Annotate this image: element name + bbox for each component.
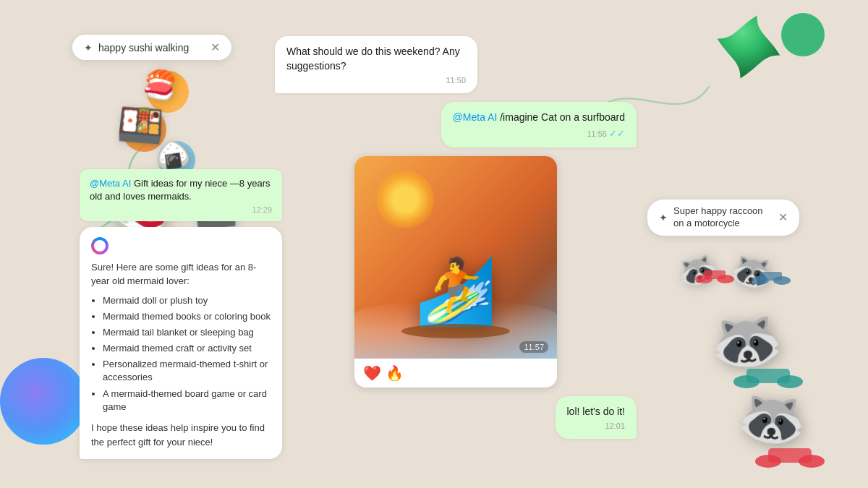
sushi-sticker-3: 🍙 — [153, 137, 192, 173]
ai-ring-icon — [91, 237, 109, 254]
decorative-circle-green — [781, 13, 825, 56]
time-text: 11:55 — [587, 129, 607, 138]
raccoon-search-bar[interactable]: ✦ Super happy raccoon on a motorcycle ✕ — [647, 200, 799, 236]
cat-surfing-image: 🏄 11:57 — [354, 156, 557, 359]
meta-ai-mention-1: @Meta AI — [453, 111, 498, 123]
incoming-time-1: 11:50 — [286, 76, 466, 85]
meta-ai-response: Sure! Here are some gift ideas for an 8-… — [80, 227, 282, 460]
ai-response-outro: I hope these ideas help inspire you to f… — [91, 421, 271, 449]
surfboard-svg — [398, 322, 514, 341]
list-item: Personalized mermaid-themed t-shirt or a… — [103, 358, 271, 384]
svg-point-0 — [401, 324, 510, 338]
incoming-text-1: What should we do this weekend? Any sugg… — [286, 45, 466, 73]
heart-reaction[interactable]: ❤️ — [363, 364, 381, 382]
list-item: Mermaid themed books or coloring book — [103, 310, 271, 323]
search-wand-icon: ✦ — [84, 42, 93, 53]
meta-ai-mention-gift: @Meta AI — [90, 178, 131, 189]
outgoing-text-2: lol! let's do it! — [567, 405, 626, 419]
svg-rect-6 — [760, 272, 782, 281]
meta-ai-header — [91, 237, 271, 254]
image-bubble: 🏄 11:57 ❤️ 🔥 — [354, 156, 557, 388]
ai-response-intro: Sure! Here are some gift ideas for an 8-… — [91, 260, 271, 288]
gift-time: 12:29 — [90, 205, 272, 214]
svg-rect-12 — [768, 448, 812, 463]
outgoing-command: /imagine Cat on a surfboard — [497, 111, 625, 123]
decorative-star — [712, 11, 785, 86]
decorative-circle-blue — [0, 358, 87, 445]
ai-response-list: Mermaid doll or plush toy Mermaid themed… — [91, 294, 271, 414]
sushi-search-bar[interactable]: ✦ happy sushi walking ✕ — [72, 35, 231, 60]
left-chat-area: @Meta AI Gift ideas for my niece —8 year… — [80, 169, 282, 460]
svg-rect-3 — [704, 270, 726, 279]
reactions: ❤️ 🔥 — [354, 359, 557, 388]
list-item: Mermaid themed craft or activity set — [103, 342, 271, 355]
outgoing-message-2: lol! let's do it! 12:01 — [556, 396, 637, 440]
incoming-message-1: What should we do this weekend? Any sugg… — [275, 36, 477, 93]
list-item: A mermaid-themed board game or card game — [103, 388, 271, 414]
raccoon-search-icon: ✦ — [659, 212, 668, 223]
search-bar-text: happy sushi walking — [98, 42, 205, 53]
list-item: Mermaid tail blanket or sleeping bag — [103, 326, 271, 339]
raccoon-search-close-icon[interactable]: ✕ — [778, 210, 788, 224]
outgoing-time-2: 12:01 — [567, 421, 626, 430]
outgoing-text-1: @Meta AI /imagine Cat on a surfboard — [453, 111, 625, 125]
motorcycle-svg-2 — [749, 260, 793, 286]
motorcycle-svg-4 — [754, 432, 826, 468]
image-timestamp: 11:57 — [519, 341, 548, 353]
checkmarks-icon: ✓✓ — [609, 128, 625, 139]
chat-area: What should we do this weekend? Any sugg… — [275, 36, 637, 445]
outgoing-message-1: @Meta AI /imagine Cat on a surfboard 11:… — [441, 102, 637, 147]
svg-rect-9 — [746, 369, 790, 383]
fire-reaction[interactable]: 🔥 — [386, 364, 404, 382]
sun-effect — [376, 171, 434, 228]
search-bar-close-icon[interactable]: ✕ — [210, 40, 220, 54]
cat-emoji: 🏄 — [415, 254, 496, 330]
raccoon-search-text: Super happy raccoon on a motorcycle — [673, 205, 773, 230]
list-item: Mermaid doll or plush toy — [103, 294, 271, 307]
ai-ring-inner — [94, 240, 106, 252]
outgoing-time-1: 11:55 ✓✓ — [453, 128, 625, 139]
gift-message-outgoing: @Meta AI Gift ideas for my niece —8 year… — [80, 169, 282, 221]
